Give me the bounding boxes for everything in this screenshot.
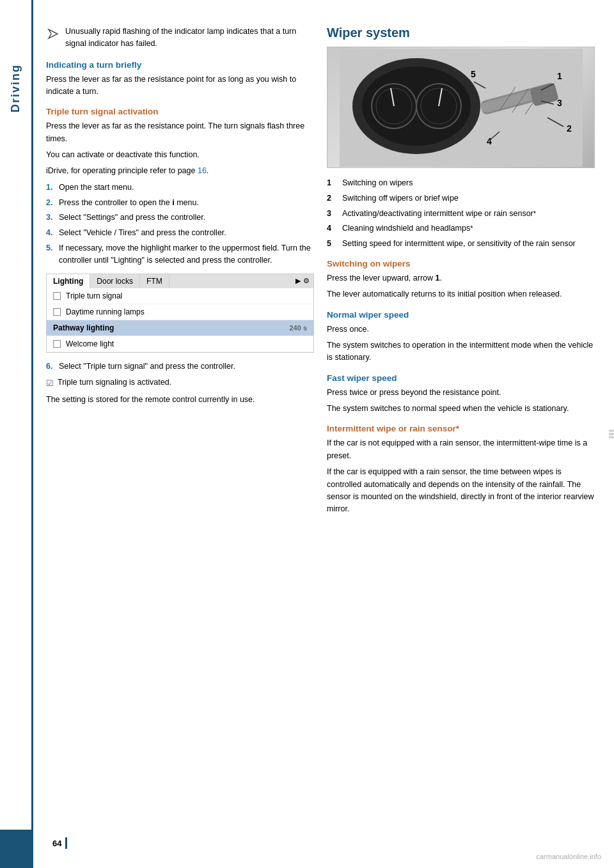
final-text: The setting is stored for the remote con… xyxy=(46,394,314,406)
right-column: Wiper system xyxy=(327,26,595,842)
note-text: Unusually rapid flashing of the indicato… xyxy=(65,26,314,50)
wiper-diagram: 1 2 3 4 5 xyxy=(327,47,594,167)
indicating-heading: Indicating a turn briefly xyxy=(46,60,314,70)
main-content: Unusually rapid flashing of the indicato… xyxy=(33,0,614,868)
triple-p2: You can activate or deactivate this func… xyxy=(46,149,314,161)
page-number: 64 xyxy=(52,839,61,848)
switching-p2: The lever automatically returns to its i… xyxy=(327,288,595,300)
indicator-icon xyxy=(46,27,60,41)
sidebar-blue-bar xyxy=(0,830,31,868)
watermark: carmanualonline.info xyxy=(536,853,601,860)
svg-text:5: 5 xyxy=(471,69,476,79)
step-3: 3. Select "Settings" and press the contr… xyxy=(46,212,314,224)
left-column: Unusually rapid flashing of the indicato… xyxy=(46,26,314,842)
svg-marker-0 xyxy=(49,29,58,38)
tab-ftm[interactable]: FTM xyxy=(140,274,169,288)
step6-list: 6. Select "Triple turn signal" and press… xyxy=(46,360,314,373)
idrive-row-welcome: Welcome light xyxy=(47,336,313,352)
page-num-bar xyxy=(65,837,67,849)
edge-mark-2 xyxy=(609,433,614,435)
wiper-item-3: 3 Activating/deactivating intermittent w… xyxy=(327,208,595,220)
step6-note: ☑ Triple turn signaling is activated. xyxy=(46,376,314,390)
idrive-row-triple: Triple turn signal xyxy=(47,288,313,304)
fast-p2: The system switches to normal speed when… xyxy=(327,403,595,415)
step-1: 1. Open the start menu. xyxy=(46,182,314,194)
intermittent-p1: If the car is not equipped with a rain s… xyxy=(327,437,595,462)
idrive-menu: Lighting Door locks FTM ▶ ⚙ Triple turn … xyxy=(46,274,314,353)
normal-p2: The system switches to operation in the … xyxy=(327,339,595,364)
triple-heading: Triple turn signal activation xyxy=(46,107,314,116)
play-icon: ▶ xyxy=(295,277,301,286)
settings-icon: ⚙ xyxy=(303,277,310,286)
fast-heading: Fast wiper speed xyxy=(327,373,595,383)
wiper-image: 1 2 3 4 5 xyxy=(327,47,595,168)
step-6: 6. Select "Triple turn signal" and press… xyxy=(46,360,314,373)
wiper-item-5: 5 Setting speed for intermittent wipe, o… xyxy=(327,238,595,250)
page-footer: 64 xyxy=(33,837,614,849)
steps-list: 1. Open the start menu. 2. Press the con… xyxy=(46,182,314,267)
checkbox-welcome[interactable] xyxy=(53,340,61,348)
sidebar: Driving xyxy=(0,0,33,868)
wiper-item-1: 1 Switching on wipers xyxy=(327,177,595,189)
wiper-heading: Wiper system xyxy=(327,26,595,40)
idrive-row-pathway: Pathway lighting 240 s xyxy=(47,320,313,336)
checkbox-daytime[interactable] xyxy=(53,308,61,316)
checkmark-icon: ☑ xyxy=(46,377,54,390)
normal-p1: Press once. xyxy=(327,323,595,336)
note-box: Unusually rapid flashing of the indicato… xyxy=(46,26,314,50)
wiper-list: 1 Switching on wipers 2 Switching off wi… xyxy=(327,177,595,250)
checkbox-triple[interactable] xyxy=(53,292,61,300)
tab-doorlocks[interactable]: Door locks xyxy=(90,274,140,288)
fast-p1: Press twice or press beyond the resistan… xyxy=(327,387,595,399)
svg-text:4: 4 xyxy=(487,136,492,146)
wiper-item-2: 2 Switching off wipers or brief wipe xyxy=(327,192,595,205)
right-edge-marks xyxy=(609,430,614,438)
switching-p1: Press the lever upward, arrow 1. xyxy=(327,272,595,284)
tab-icons: ▶ ⚙ xyxy=(292,274,313,288)
step-2: 2. Press the controller to open the i me… xyxy=(46,197,314,209)
idrive-rows: Triple turn signal Daytime running lamps… xyxy=(47,288,313,352)
idrive-row-daytime: Daytime running lamps xyxy=(47,304,313,320)
page-link[interactable]: 16 xyxy=(198,166,207,175)
triple-p3: iDrive, for operating principle refer to… xyxy=(46,165,314,177)
step-5: 5. If necessary, move the highlight mark… xyxy=(46,242,314,267)
edge-mark-3 xyxy=(609,437,614,438)
idrive-tabs: Lighting Door locks FTM ▶ ⚙ xyxy=(47,274,313,288)
wiper-item-4: 4 Cleaning windshield and headlamps* xyxy=(327,222,595,235)
switching-heading: Switching on wipers xyxy=(327,259,595,268)
step-4: 4. Select "Vehicle / Tires" and press th… xyxy=(46,227,314,239)
svg-text:3: 3 xyxy=(557,98,562,108)
sidebar-label: Driving xyxy=(9,64,22,112)
svg-text:1: 1 xyxy=(557,71,562,81)
normal-heading: Normal wiper speed xyxy=(327,310,595,320)
triple-p1: Press the lever as far as the resistance… xyxy=(46,120,314,145)
tab-lighting[interactable]: Lighting xyxy=(47,274,90,288)
svg-text:2: 2 xyxy=(567,123,572,134)
intermittent-p2: If the car is equipped with a rain senso… xyxy=(327,466,595,516)
edge-mark-1 xyxy=(609,430,614,432)
intermittent-heading: Intermittent wipe or rain sensor* xyxy=(327,424,595,433)
indicating-text: Press the lever as far as the resistance… xyxy=(46,74,314,98)
